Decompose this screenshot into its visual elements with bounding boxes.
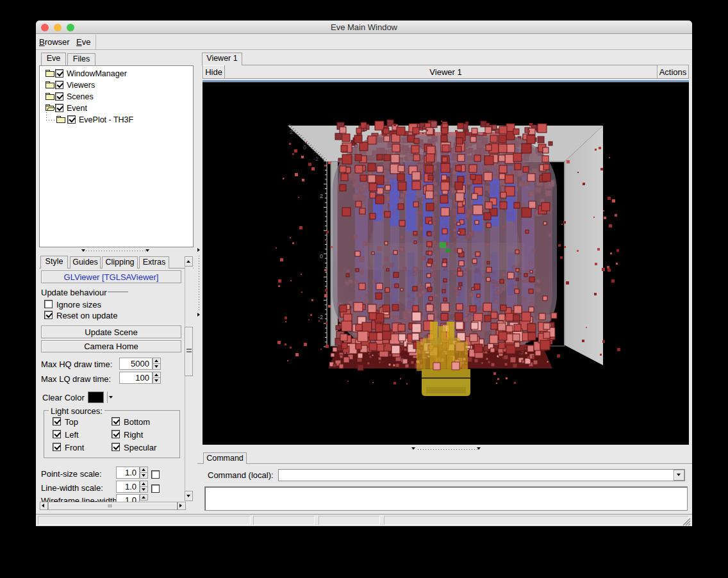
svg-text:-2: -2 (519, 350, 524, 356)
svg-text:0: 0 (320, 253, 323, 260)
svg-text:-2: -2 (318, 314, 323, 320)
svg-text:2: 2 (320, 193, 323, 199)
svg-text:-2: -2 (313, 156, 318, 162)
svg-text:0: 0 (303, 144, 306, 151)
svg-text:2: 2 (290, 129, 293, 135)
